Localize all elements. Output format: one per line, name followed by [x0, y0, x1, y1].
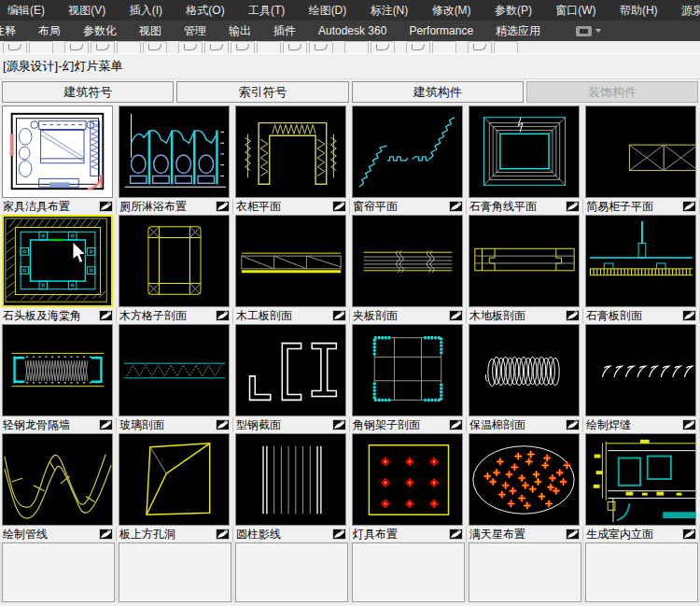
- slide-tile[interactable]: 满天星布置: [467, 432, 583, 542]
- menu-edit[interactable]: 编辑(E): [6, 3, 47, 19]
- ribbon-collapse-button[interactable]: [576, 26, 601, 36]
- slide-label-bar[interactable]: 板上方孔洞: [117, 527, 233, 542]
- menu-draw[interactable]: 绘图(D): [307, 3, 349, 19]
- slide-label-bar[interactable]: 木方格子剖面: [117, 308, 233, 323]
- menu-format[interactable]: 格式(O): [184, 3, 226, 19]
- menu-view[interactable]: 视图(V): [66, 3, 107, 19]
- slide-tile[interactable]: 夹板剖面: [350, 214, 467, 323]
- ribbon-tab-manage[interactable]: 管理: [184, 23, 206, 39]
- slide-thumbnail-wood-lattice-section[interactable]: [119, 215, 230, 307]
- slide-thumbnail-gypsum-board-section[interactable]: [585, 215, 696, 307]
- slide-label-bar[interactable]: 保温棉剖面: [467, 417, 583, 432]
- slide-label-bar[interactable]: 石膏角线平面: [467, 199, 583, 214]
- menu-help[interactable]: 帮助(H): [618, 3, 660, 19]
- slide-thumbnail-steel-profiles[interactable]: [235, 324, 346, 416]
- slide-label-bar[interactable]: 圆柱影线: [233, 527, 350, 542]
- slide-label-bar[interactable]: 玻璃剖面: [117, 417, 233, 432]
- slide-tile[interactable]: 家具洁具布置: [0, 105, 117, 214]
- slide-thumbnail-weld-seam[interactable]: [585, 324, 696, 416]
- slide-thumbnail-wardrobe-plan[interactable]: [235, 106, 346, 198]
- slide-tile[interactable]: 板上方孔洞: [117, 432, 233, 542]
- slide-thumbnail-lamp-layout[interactable]: [352, 433, 463, 526]
- slide-thumbnail-furniture-layout[interactable]: [2, 106, 113, 198]
- slide-thumbnail-curtain-plan[interactable]: [352, 106, 463, 198]
- slide-thumbnail-interior-elevation[interactable]: [585, 433, 696, 526]
- ribbon-tab-output[interactable]: 输出: [229, 23, 251, 39]
- slide-label-bar[interactable]: 夹板剖面: [350, 308, 467, 323]
- slide-thumbnail-cylinder-hatching[interactable]: [235, 433, 346, 526]
- slide-tile[interactable]: 保温棉剖面: [467, 323, 583, 432]
- slide-tile[interactable]: 玻璃剖面: [117, 323, 233, 432]
- slide-tile[interactable]: 生成室内立面: [583, 432, 700, 542]
- menu-yuanquan[interactable]: 源泉设: [679, 3, 700, 19]
- slide-thumbnail-angle-steel-frame[interactable]: [352, 324, 463, 416]
- tab-building-symbols[interactable]: 建筑符号: [2, 81, 174, 103]
- slide-label-bar[interactable]: 家具洁具布置: [0, 199, 117, 214]
- slide-thumbnail-steel-keel-partition[interactable]: [2, 324, 113, 416]
- menu-dimension[interactable]: 标注(N): [369, 3, 411, 19]
- ribbon-tab-parametric[interactable]: 参数化: [83, 23, 117, 39]
- slide-tile-selected[interactable]: 石头板及海棠角: [0, 214, 117, 323]
- slide-tile[interactable]: 角钢架子剖面: [350, 323, 467, 432]
- ribbon-tab-featured-apps[interactable]: 精选应用: [496, 23, 540, 39]
- slide-thumbnail-wood-floor-section[interactable]: [469, 215, 580, 307]
- tab-building-components[interactable]: 建筑构件: [352, 81, 524, 103]
- slide-thumbnail-toilet-layout[interactable]: [119, 106, 230, 198]
- slide-tile[interactable]: 绘制焊缝: [583, 323, 700, 432]
- slide-label-bar[interactable]: 满天星布置: [467, 527, 583, 542]
- slide-label-bar[interactable]: 角钢架子剖面: [350, 417, 467, 432]
- slide-label-bar[interactable]: 石膏板剖面: [583, 308, 700, 323]
- tab-decoration-components[interactable]: 装饰构件: [526, 81, 698, 103]
- slide-tile[interactable]: 木工板剖面: [233, 214, 350, 323]
- slide-label-bar[interactable]: 灯具布置: [350, 527, 467, 542]
- slide-thumbnail-starry-layout[interactable]: [469, 433, 580, 526]
- ribbon-tab-view[interactable]: 视图: [139, 23, 161, 39]
- ribbon-tab-annotate[interactable]: 注释: [0, 23, 16, 39]
- slide-label: 圆柱影线: [236, 527, 332, 543]
- slide-tile[interactable]: 绘制管线: [0, 432, 117, 542]
- ribbon-tab-plugins[interactable]: 插件: [273, 23, 296, 39]
- slide-thumbnail-simple-cabinet-plan[interactable]: [585, 106, 696, 198]
- slide-label-bar[interactable]: 绘制管线: [0, 527, 117, 542]
- ribbon-tab-autodesk360[interactable]: Autodesk 360: [318, 24, 386, 37]
- slide-thumbnail-stone-slab[interactable]: [2, 215, 113, 307]
- slide-tile[interactable]: 型钢截面: [233, 323, 350, 432]
- slide-label-bar[interactable]: 石头板及海棠角: [0, 308, 117, 323]
- slide-tile[interactable]: 简易柜子平面: [583, 105, 700, 214]
- slide-thumbnail-pipeline[interactable]: [2, 433, 113, 526]
- menu-parametric[interactable]: 参数(P): [493, 3, 534, 19]
- slide-label-bar[interactable]: 轻钢龙骨隔墙: [0, 417, 117, 432]
- menu-modify[interactable]: 修改(M): [430, 3, 473, 19]
- menu-tools[interactable]: 工具(T): [246, 3, 287, 19]
- slide-thumbnail-carpentry-board-section[interactable]: [235, 215, 346, 307]
- slide-label-bar[interactable]: 木工板剖面: [233, 308, 350, 323]
- slide-tile[interactable]: 衣柜平面: [233, 105, 350, 214]
- slide-tile[interactable]: 木地板剖面: [467, 214, 583, 323]
- slide-tile[interactable]: 轻钢龙骨隔墙: [0, 323, 117, 432]
- slide-tile[interactable]: 石膏角线平面: [467, 105, 583, 214]
- slide-label-bar[interactable]: 木地板剖面: [467, 308, 583, 323]
- slide-tile[interactable]: 厕所淋浴布置: [117, 105, 233, 214]
- slide-thumbnail-insulation-wool[interactable]: [469, 324, 580, 416]
- slide-label-bar[interactable]: 厕所淋浴布置: [117, 199, 233, 214]
- slide-label-bar[interactable]: 生成室内立面: [583, 527, 700, 542]
- slide-tile[interactable]: 窗帘平面: [350, 105, 467, 214]
- ribbon-tab-layout[interactable]: 布局: [38, 23, 61, 39]
- slide-thumbnail-gypsum-cornice-plan[interactable]: [469, 106, 580, 198]
- slide-thumbnail-glass-section[interactable]: [119, 324, 230, 416]
- slide-tile[interactable]: 木方格子剖面: [117, 214, 233, 323]
- menu-window[interactable]: 窗口(W): [553, 3, 597, 19]
- slide-thumbnail-plywood-section[interactable]: [352, 215, 463, 307]
- slide-label-bar[interactable]: 简易柜子平面: [583, 199, 700, 214]
- slide-thumbnail-slab-opening[interactable]: [119, 433, 230, 526]
- slide-tile[interactable]: 圆柱影线: [233, 432, 350, 542]
- slide-label-bar[interactable]: 衣柜平面: [233, 199, 350, 214]
- slide-tile[interactable]: 石膏板剖面: [583, 214, 700, 323]
- slide-label-bar[interactable]: 型钢截面: [233, 417, 350, 432]
- slide-label-bar[interactable]: 窗帘平面: [350, 199, 467, 214]
- tab-index-symbols[interactable]: 索引符号: [176, 81, 348, 103]
- slide-label-bar[interactable]: 绘制焊缝: [583, 417, 700, 432]
- slide-tile[interactable]: 灯具布置: [350, 432, 467, 542]
- ribbon-tab-performance[interactable]: Performance: [409, 24, 473, 37]
- menu-insert[interactable]: 插入(I): [128, 3, 164, 19]
